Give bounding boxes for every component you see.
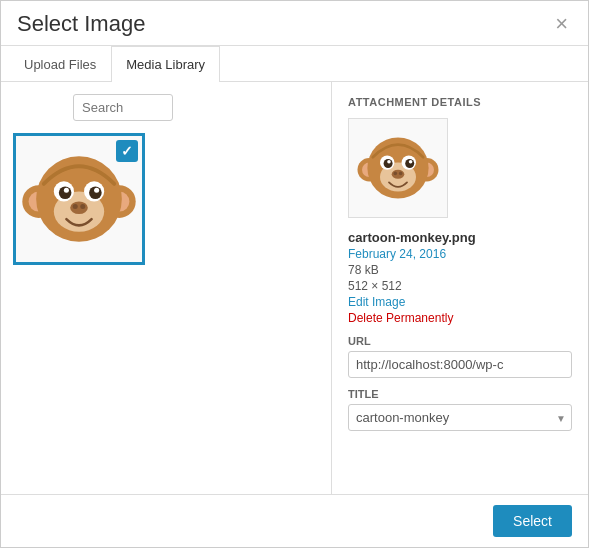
modal-footer: Select xyxy=(1,494,588,547)
svg-point-12 xyxy=(70,202,88,215)
attachment-size: 78 kB xyxy=(348,263,572,277)
modal-title: Select Image xyxy=(17,11,145,37)
svg-point-27 xyxy=(392,170,405,179)
svg-point-26 xyxy=(409,160,413,164)
url-label: URL xyxy=(348,335,572,347)
tab-bar: Upload Files Media Library xyxy=(1,46,588,82)
attachment-details-panel: ATTACHMENT DETAILS xyxy=(332,82,588,494)
attachment-preview xyxy=(348,118,448,218)
edit-image-link[interactable]: Edit Image xyxy=(348,295,572,309)
tab-media-library[interactable]: Media Library xyxy=(111,46,220,82)
selected-check-badge: ✓ xyxy=(116,140,138,162)
attachment-filename: cartoon-monkey.png xyxy=(348,230,572,245)
delete-image-link[interactable]: Delete Permanently xyxy=(348,311,572,325)
media-item[interactable]: ✓ xyxy=(13,133,145,265)
modal-body: ✓ ATTACHMENT DETAILS xyxy=(1,82,588,494)
attachment-date: February 24, 2016 xyxy=(348,247,572,261)
svg-point-14 xyxy=(80,204,85,209)
media-grid-panel: ✓ xyxy=(1,82,331,494)
svg-point-29 xyxy=(399,172,403,176)
attachment-details-title: ATTACHMENT DETAILS xyxy=(348,96,572,108)
modal-header: Select Image × xyxy=(1,1,588,46)
media-grid: ✓ xyxy=(13,133,319,265)
url-input[interactable] xyxy=(348,351,572,378)
svg-point-28 xyxy=(394,172,398,176)
title-select-wrapper: cartoon-monkey ▼ xyxy=(348,404,572,431)
tab-upload-files[interactable]: Upload Files xyxy=(9,46,111,82)
svg-point-25 xyxy=(387,160,391,164)
search-bar xyxy=(73,94,319,121)
svg-point-11 xyxy=(94,188,99,193)
modal: Select Image × Upload Files Media Librar… xyxy=(0,0,589,548)
search-input[interactable] xyxy=(73,94,173,121)
attachment-dimensions: 512 × 512 xyxy=(348,279,572,293)
title-label: Title xyxy=(348,388,572,400)
svg-point-10 xyxy=(64,188,69,193)
select-button[interactable]: Select xyxy=(493,505,572,537)
svg-point-13 xyxy=(73,204,78,209)
title-select[interactable]: cartoon-monkey xyxy=(348,404,572,431)
close-button[interactable]: × xyxy=(551,11,572,37)
